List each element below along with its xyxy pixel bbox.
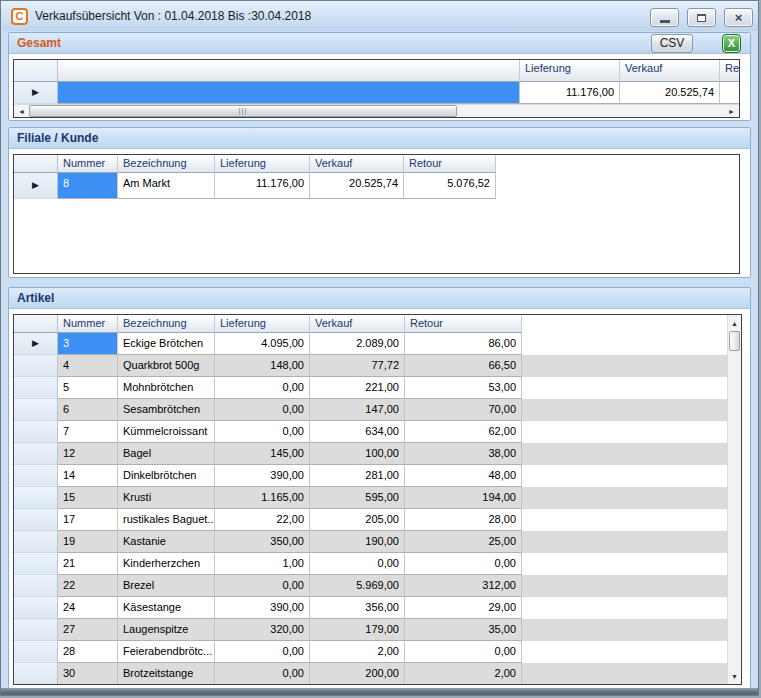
cell-bezeichnung[interactable]: Sesambrötchen bbox=[118, 399, 215, 421]
cell-nummer[interactable]: 15 bbox=[58, 487, 118, 509]
maximize-button[interactable] bbox=[687, 8, 716, 27]
cell-retour[interactable]: 86,00 bbox=[405, 333, 522, 355]
row-header[interactable] bbox=[14, 465, 58, 487]
cell-lieferung[interactable]: 0,00 bbox=[215, 399, 310, 421]
cell-retour[interactable]: 0,00 bbox=[405, 553, 522, 575]
table-row[interactable]: 12 Bagel 145,00 100,00 38,00 bbox=[14, 443, 741, 465]
row-header[interactable]: ▶ bbox=[14, 173, 58, 199]
cell-bezeichnung[interactable]: Brezel bbox=[118, 575, 215, 597]
column-header[interactable]: Verkauf bbox=[310, 155, 404, 173]
cell-bezeichnung[interactable]: Brotzeitstange bbox=[118, 663, 215, 685]
table-row[interactable]: 28 Feierabendbrötc... 0,00 2,00 0,00 bbox=[14, 641, 741, 663]
table-row[interactable]: 19 Kastanie 350,00 190,00 25,00 bbox=[14, 531, 741, 553]
table-row[interactable]: 15 Krusti 1.165,00 595,00 194,00 bbox=[14, 487, 741, 509]
cell-retour[interactable]: 194,00 bbox=[405, 487, 522, 509]
cell-verkauf[interactable]: 190,00 bbox=[310, 531, 405, 553]
column-header[interactable]: Retour bbox=[405, 315, 522, 333]
cell-verkauf[interactable]: 200,00 bbox=[310, 663, 405, 685]
cell-verkauf[interactable]: 2,00 bbox=[310, 641, 405, 663]
column-header[interactable]: Retour bbox=[404, 155, 496, 173]
vertical-scrollbar[interactable]: ▲ ▼ bbox=[727, 315, 741, 684]
cell-lieferung[interactable]: 4.095,00 bbox=[215, 333, 310, 355]
column-header-retour[interactable]: Retour bbox=[720, 60, 740, 82]
row-header[interactable] bbox=[14, 619, 58, 641]
cell-lieferung[interactable]: 390,00 bbox=[215, 465, 310, 487]
row-header[interactable] bbox=[14, 443, 58, 465]
column-header[interactable]: Lieferung bbox=[215, 155, 310, 173]
cell-verkauf[interactable]: 77,72 bbox=[310, 355, 405, 377]
cell-lieferung[interactable]: 148,00 bbox=[215, 355, 310, 377]
table-row[interactable]: ▶ 3 Eckige Brötchen 4.095,00 2.089,00 86… bbox=[14, 333, 741, 355]
cell-verkauf[interactable]: 100,00 bbox=[310, 443, 405, 465]
row-header[interactable] bbox=[14, 399, 58, 421]
cell-nummer[interactable]: 8 bbox=[58, 173, 118, 199]
cell-retour[interactable]: 28,00 bbox=[405, 509, 522, 531]
cell-bezeichnung[interactable]: Laugenspitze bbox=[118, 619, 215, 641]
column-header[interactable]: Verkauf bbox=[310, 315, 405, 333]
column-header[interactable]: Lieferung bbox=[215, 315, 310, 333]
table-row[interactable]: 6 Sesambrötchen 0,00 147,00 70,00 bbox=[14, 399, 741, 421]
cell-nummer[interactable]: 5 bbox=[58, 377, 118, 399]
table-row[interactable]: 22 Brezel 0,00 5.969,00 312,00 bbox=[14, 575, 741, 597]
cell-nummer[interactable]: 17 bbox=[58, 509, 118, 531]
cell-bezeichnung[interactable]: Dinkelbrötchen bbox=[118, 465, 215, 487]
titlebar[interactable]: C Verkaufsübersicht Von : 01.04.2018 Bis… bbox=[1, 1, 758, 31]
minimize-button[interactable] bbox=[650, 8, 679, 27]
csv-export-button[interactable]: CSV bbox=[651, 34, 693, 53]
row-header[interactable] bbox=[14, 509, 58, 531]
cell-nummer[interactable]: 28 bbox=[58, 641, 118, 663]
cell-nummer[interactable]: 6 bbox=[58, 399, 118, 421]
cell-retour[interactable]: 5.076,52 bbox=[404, 173, 496, 199]
cell-retour[interactable] bbox=[720, 82, 740, 104]
cell-verkauf[interactable]: 595,00 bbox=[310, 487, 405, 509]
table-row[interactable]: ▶ 8 Am Markt 11.176,00 20.525,74 5.076,5… bbox=[14, 173, 739, 199]
cell-verkauf[interactable]: 356,00 bbox=[310, 597, 405, 619]
cell-lieferung[interactable]: 145,00 bbox=[215, 443, 310, 465]
cell-lieferung[interactable]: 0,00 bbox=[215, 575, 310, 597]
cell-nummer[interactable]: 14 bbox=[58, 465, 118, 487]
close-button[interactable]: × bbox=[724, 8, 753, 27]
cell-lieferung[interactable]: 0,00 bbox=[215, 421, 310, 443]
column-header-lieferung[interactable]: Lieferung bbox=[520, 60, 620, 82]
cell-retour[interactable]: 70,00 bbox=[405, 399, 522, 421]
column-header-verkauf[interactable]: Verkauf bbox=[620, 60, 720, 82]
table-row[interactable]: 4 Quarkbrot 500g 148,00 77,72 66,50 bbox=[14, 355, 741, 377]
scroll-up-icon[interactable]: ▲ bbox=[728, 316, 741, 330]
cell-lieferung[interactable]: 1,00 bbox=[215, 553, 310, 575]
cell-nummer[interactable]: 3 bbox=[58, 333, 118, 355]
cell-lieferung[interactable]: 390,00 bbox=[215, 597, 310, 619]
row-header[interactable] bbox=[14, 355, 58, 377]
cell-verkauf[interactable]: 2.089,00 bbox=[310, 333, 405, 355]
scroll-down-icon[interactable]: ▼ bbox=[728, 669, 741, 683]
table-row[interactable]: 24 Käsestange 390,00 356,00 29,00 bbox=[14, 597, 741, 619]
cell-verkauf[interactable]: 205,00 bbox=[310, 509, 405, 531]
table-row[interactable]: 27 Laugenspitze 320,00 179,00 35,00 bbox=[14, 619, 741, 641]
cell-bezeichnung[interactable]: Am Markt bbox=[118, 173, 215, 199]
row-header[interactable] bbox=[14, 663, 58, 685]
cell-retour[interactable]: 25,00 bbox=[405, 531, 522, 553]
column-header[interactable]: Bezeichnung bbox=[118, 315, 215, 333]
row-header[interactable] bbox=[14, 377, 58, 399]
row-header[interactable] bbox=[14, 641, 58, 663]
cell-lieferung[interactable]: 320,00 bbox=[215, 619, 310, 641]
row-header[interactable]: ▶ bbox=[14, 82, 58, 104]
cell-retour[interactable]: 53,00 bbox=[405, 377, 522, 399]
cell-retour[interactable]: 2,00 bbox=[405, 663, 522, 685]
cell-lieferung[interactable]: 11.176,00 bbox=[520, 82, 620, 104]
cell-nummer[interactable]: 12 bbox=[58, 443, 118, 465]
cell-retour[interactable]: 0,00 bbox=[405, 641, 522, 663]
cell-verkauf[interactable]: 281,00 bbox=[310, 465, 405, 487]
cell-lieferung[interactable]: 11.176,00 bbox=[215, 173, 310, 199]
cell-bezeichnung[interactable]: Kastanie bbox=[118, 531, 215, 553]
cell-nummer[interactable]: 21 bbox=[58, 553, 118, 575]
cell-bezeichnung[interactable]: Quarkbrot 500g bbox=[118, 355, 215, 377]
cell-bezeichnung[interactable]: rustikales Baguet... bbox=[118, 509, 215, 531]
cell-bezeichnung[interactable]: Feierabendbrötc... bbox=[118, 641, 215, 663]
row-header[interactable] bbox=[14, 553, 58, 575]
excel-export-icon[interactable]: X bbox=[722, 34, 741, 53]
cell-bezeichnung[interactable]: Käsestange bbox=[118, 597, 215, 619]
cell-nummer[interactable]: 24 bbox=[58, 597, 118, 619]
column-header-main[interactable] bbox=[58, 60, 520, 82]
cell-retour[interactable]: 312,00 bbox=[405, 575, 522, 597]
table-row[interactable]: 5 Mohnbrötchen 0,00 221,00 53,00 bbox=[14, 377, 741, 399]
